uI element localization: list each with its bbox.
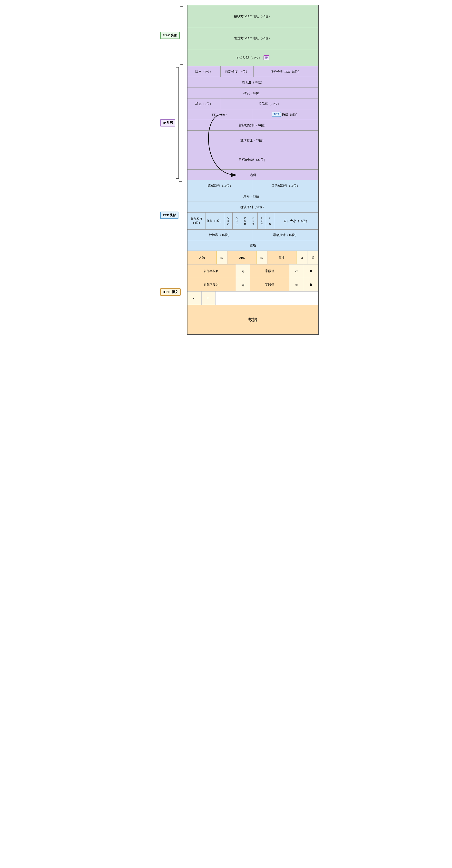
http-lf3-text: lf — [310, 283, 312, 287]
http-sp4-text: sp — [242, 283, 244, 287]
http-row4: cr lf — [187, 291, 318, 305]
tcp-hdrlen-text: 首部长度 （4位） — [191, 217, 202, 225]
ip-options: 选项 — [187, 169, 318, 180]
ip-brace — [176, 67, 179, 179]
tcp-label-box: TCP 头部 — [160, 212, 178, 219]
http-sp3-text: sp — [242, 269, 244, 273]
http-lf1: lf — [307, 251, 318, 264]
http-cr2: cr — [290, 265, 304, 278]
http-version: 版本 — [267, 251, 297, 264]
ip-fragoff-text: 片偏移（13位） — [259, 102, 281, 106]
tcp-flag-syn-text: S Y N — [261, 216, 263, 226]
tcp-srcport: 源端口号（16位） — [187, 180, 253, 191]
http-brace — [181, 252, 184, 332]
http-row3: 首部字段名: sp 字段值 cr lf — [187, 278, 318, 291]
ip-row3: 标识（16位） — [187, 88, 318, 98]
ip-dst: 目标IP地址（32位） — [187, 150, 318, 169]
tcp-tag-text: TCP — [274, 113, 279, 116]
http-sp2: sp — [257, 251, 267, 264]
http-row2: 首部字段名: sp 字段值 cr lf — [187, 265, 318, 278]
tcp-ack-text: 确认序列（32位） — [240, 205, 266, 209]
tcp-flag-psh-text: P S H — [244, 216, 246, 226]
http-cr3-text: cr — [295, 283, 298, 287]
tcp-window-text: 窗口大小（16位） — [283, 219, 309, 223]
http-data: 数据 — [187, 305, 318, 334]
ip-totlen: 总长度（16位） — [187, 77, 318, 88]
mac-brace — [180, 6, 183, 65]
ip-headlen-text: 首部长度（4位） — [225, 69, 249, 74]
left-labels — [133, 5, 160, 335]
http-method: 方法 — [187, 251, 216, 264]
ip-checksum: 首部校验和（16位） — [187, 120, 318, 130]
tcp-window: 窗口大小（16位） — [274, 213, 318, 229]
http-cr1-text: cr — [301, 256, 303, 259]
ip-ttl: TTL（8位） — [187, 109, 253, 120]
http-row5: 数据 — [187, 305, 318, 334]
ip-proto-text: 协议（8位） — [282, 112, 299, 117]
tcp-row3: 确认序列（32位） — [187, 202, 318, 213]
tcp-row6: 选项 — [187, 240, 318, 251]
tcp-flag-rst: R S T — [249, 213, 258, 229]
http-field1-name-text: 首部字段名: — [204, 269, 219, 273]
mac-label-group: MAC 头部 — [160, 5, 187, 66]
http-sp3: sp — [236, 265, 250, 278]
tcp-options: 选项 — [187, 240, 318, 251]
mac-label-text: MAC 头部 — [162, 33, 177, 37]
http-method-text: 方法 — [199, 255, 205, 260]
tcp-reserved-text: 保留（6位） — [207, 219, 223, 223]
ip-version-text: 版本（4位） — [195, 69, 213, 74]
ip-totlen-text: 总长度（16位） — [242, 80, 264, 85]
tcp-hdrlen: 首部长度 （4位） — [187, 213, 206, 229]
tcp-flag-ack-text: A C K — [236, 216, 238, 226]
ip-row7: 源IP地址（32位） — [187, 131, 318, 150]
ip-ident: 标识（16位） — [187, 88, 318, 98]
ip-label-group: IP 头部 — [160, 66, 187, 180]
mac-row-dest: 接收方 MAC 地址（48位） — [187, 5, 318, 27]
tcp-seq: 序号（32位） — [187, 191, 318, 202]
tcp-row1: 源端口号（16位） 目的端口号（16位） — [187, 180, 318, 191]
tcp-urgent: 紧急指针（16位） — [253, 229, 319, 240]
mac-section: 接收方 MAC 地址（48位） 发送方 MAC 地址（48位） 协议类型（16位… — [187, 5, 318, 66]
tcp-srcport-text: 源端口号（16位） — [208, 184, 233, 188]
tcp-flag-urg-text: U R G — [227, 216, 229, 226]
http-label-group: HTTP 报文 — [160, 251, 187, 334]
ip-flags: 标志（3位） — [187, 98, 221, 109]
tcp-checksum-text: 校验和（16位） — [209, 233, 231, 237]
http-label-text: HTTP 报文 — [162, 290, 178, 294]
ip-headlen: 首部长度（4位） — [221, 66, 254, 77]
http-url-text: URL — [239, 256, 245, 259]
http-sp1: sp — [216, 251, 228, 264]
http-sp2-text: sp — [260, 256, 263, 259]
mac-dest-cell: 接收方 MAC 地址（48位） — [187, 5, 318, 27]
ip-tos: 服务类型 TOS（8位） — [253, 66, 318, 77]
http-data-text: 数据 — [248, 317, 257, 322]
tcp-checksum: 校验和（16位） — [187, 229, 253, 240]
http-field2-value: 字段值 — [250, 278, 290, 291]
ip-tos-text: 服务类型 TOS（8位） — [271, 69, 301, 74]
tcp-label-group: TCP 头部 — [160, 180, 187, 251]
ip-row5: TTL（8位） TCP 协议（8位） — [187, 109, 318, 120]
http-field1-value-text: 字段值 — [265, 269, 274, 273]
ip-row8: 目标IP地址（32位） — [187, 150, 318, 169]
http-section: 方法 sp URL sp 版本 — [187, 251, 318, 334]
http-version-text: 版本 — [279, 255, 285, 260]
http-sp1-text: sp — [220, 256, 223, 259]
mac-row-src: 发送方 MAC 地址（48位） — [187, 27, 318, 49]
tcp-flag-ack: A C K — [233, 213, 241, 229]
mac-label-box: MAC 头部 — [160, 32, 180, 39]
http-lf1-text: lf — [312, 256, 314, 259]
tcp-row4: 首部长度 （4位） 保留（6位） U R G A C K — [187, 213, 318, 229]
tcp-row5: 校验和（16位） 紧急指针（16位） — [187, 229, 318, 240]
ip-ident-text: 标识（16位） — [243, 91, 262, 95]
http-cr4: cr — [187, 291, 202, 305]
mac-row-proto: 协议类型（16位） IP — [187, 49, 318, 66]
tcp-flag-psh: P S H — [241, 213, 249, 229]
diagram-content: 接收方 MAC 地址（48位） 发送方 MAC 地址（48位） 协议类型（16位… — [187, 5, 319, 335]
tcp-label-text: TCP 头部 — [162, 213, 176, 217]
ip-dst-text: 目标IP地址（32位） — [239, 158, 267, 162]
ip-label-text: IP 头部 — [162, 121, 173, 125]
http-url: URL — [228, 251, 257, 264]
tcp-flag-fin-text: F I N — [269, 216, 271, 226]
mac-proto-cell: 协议类型（16位） IP — [187, 49, 318, 66]
tcp-seq-text: 序号（32位） — [243, 194, 262, 199]
